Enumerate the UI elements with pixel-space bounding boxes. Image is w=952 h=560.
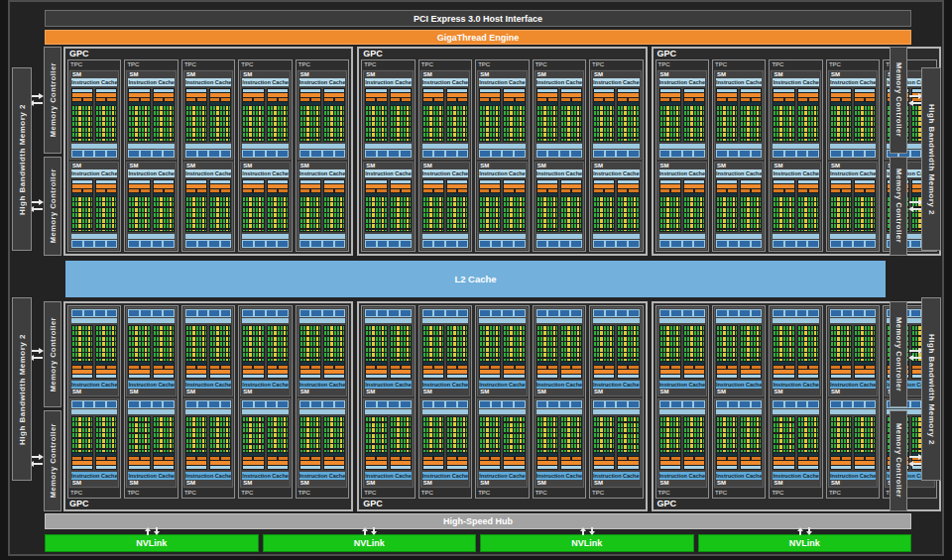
sm-block: SMInstruction Cache: [657, 162, 707, 251]
texture-unit-segment: [729, 401, 739, 407]
sm-label: SM: [70, 71, 118, 78]
tpc-label: TPC: [297, 489, 348, 498]
processing-block: [422, 88, 444, 142]
instruction-buffer-bar: [618, 466, 638, 469]
register-file-bar: [243, 193, 263, 196]
arrow-down-icon: [589, 527, 595, 535]
core-grid: [741, 326, 761, 361]
processing-block: [536, 88, 558, 142]
sm-label: SM: [772, 71, 819, 78]
warp-scheduler-bar: [96, 184, 116, 188]
sm-label: SM: [127, 163, 175, 169]
core-grid: [831, 106, 851, 141]
sm-label: SM: [829, 480, 877, 487]
instruction-cache-bar: Instruction Cache: [773, 169, 818, 177]
texture-units-row: [422, 240, 468, 248]
register-file-bar: [129, 453, 149, 456]
register-file-bar: [186, 102, 206, 105]
dispatch-unit: [912, 189, 921, 192]
register-file-bar: [594, 453, 614, 456]
dispatch-units: [618, 366, 638, 369]
processing-block: [503, 179, 525, 233]
dispatch-units: [366, 457, 386, 460]
tpc-label: TPC: [362, 60, 414, 69]
register-file-bar: [537, 102, 557, 105]
processing-block: [390, 325, 412, 379]
texture-unit-segment: [594, 401, 604, 407]
tpc-label: TPC: [68, 489, 120, 498]
sm-block: SMInstruction Cache: [420, 162, 470, 251]
register-file-bar: [504, 453, 524, 456]
texture-unit-segment: [537, 241, 547, 247]
texture-unit-segment: [446, 151, 456, 157]
register-file-bar: [96, 362, 116, 365]
sm-label: SM: [421, 163, 469, 169]
dispatch-units: [72, 366, 92, 369]
dispatch-unit: [279, 98, 288, 101]
register-file-bar: [324, 453, 344, 456]
sm-block: SMInstruction Cache: [657, 398, 707, 488]
dispatch-unit: [491, 366, 500, 369]
core-grid: [96, 326, 116, 361]
instruction-cache-bar: Instruction Cache: [659, 169, 705, 177]
texture-unit-segment: [209, 310, 219, 316]
register-file-bar: [243, 453, 263, 456]
core-grid: [96, 417, 116, 452]
texture-unit-segment: [72, 151, 82, 157]
dispatch-unit: [300, 366, 309, 369]
texture-unit-segment: [198, 151, 208, 157]
core-grid: [660, 197, 680, 232]
sm-label: SM: [536, 480, 583, 487]
instruction-buffer-bar: [774, 180, 793, 183]
dispatch-units: [423, 98, 443, 101]
warp-scheduler-bar: [129, 370, 149, 374]
instruction-cache-bar: Instruction Cache: [299, 381, 345, 389]
dispatch-unit: [842, 366, 851, 369]
sm-block: SMInstruction Cache: [69, 70, 119, 160]
texture-unit-segment: [107, 401, 117, 407]
texture-unit-segment: [255, 401, 265, 407]
register-file-bar: [741, 362, 761, 365]
instruction-cache-bar: Instruction Cache: [365, 78, 411, 86]
dispatch-unit: [107, 457, 116, 460]
sm-block: SMInstruction Cache: [298, 70, 347, 160]
sm-block: SMInstruction Cache: [420, 70, 470, 160]
instruction-buffer-bar: [154, 375, 174, 378]
warp-scheduler-bar: [129, 461, 149, 465]
core-grid: [129, 197, 149, 232]
hbm2-bar: High Bandwidth Memory 2: [12, 297, 32, 481]
sm-label: SM: [421, 71, 469, 78]
core-grid: [774, 326, 793, 361]
warp-scheduler-bar: [798, 461, 818, 465]
texture-l1-cache-bar: [365, 318, 411, 323]
dispatch-unit: [671, 366, 680, 369]
dispatch-unit: [774, 189, 782, 192]
instruction-cache-bar: Instruction Cache: [185, 381, 231, 389]
texture-unit-segment: [752, 241, 762, 247]
dispatch-unit: [377, 98, 386, 101]
tpc-box: TPCSMInstruction CacheSMInstruction Cach…: [67, 59, 121, 252]
processing-block: [128, 88, 150, 142]
core-grid: [154, 197, 174, 232]
texture-unit-segment: [95, 401, 105, 407]
processing-blocks: [716, 179, 762, 233]
texture-unit-segment: [434, 401, 444, 407]
dispatch-unit: [785, 366, 794, 369]
dispatch-unit: [516, 366, 525, 369]
dispatch-unit: [516, 457, 525, 460]
sm-label: SM: [536, 71, 583, 78]
pci-host-interface-label: PCI Express 3.0 Host Interface: [414, 14, 542, 24]
dispatch-unit: [197, 366, 206, 369]
core-grid: [243, 106, 263, 141]
warp-scheduler-bar: [154, 93, 174, 97]
sm-label: SM: [127, 389, 175, 395]
sm-label: SM: [184, 480, 232, 487]
instruction-buffer-bar: [324, 180, 344, 183]
dispatch-unit: [741, 189, 750, 192]
dispatch-unit: [324, 189, 333, 192]
processing-blocks: [536, 325, 582, 379]
texture-units-row: [536, 400, 582, 408]
texture-l1-cache-bar: [830, 234, 876, 239]
texture-unit-segment: [831, 151, 841, 157]
dispatch-units: [423, 366, 443, 369]
